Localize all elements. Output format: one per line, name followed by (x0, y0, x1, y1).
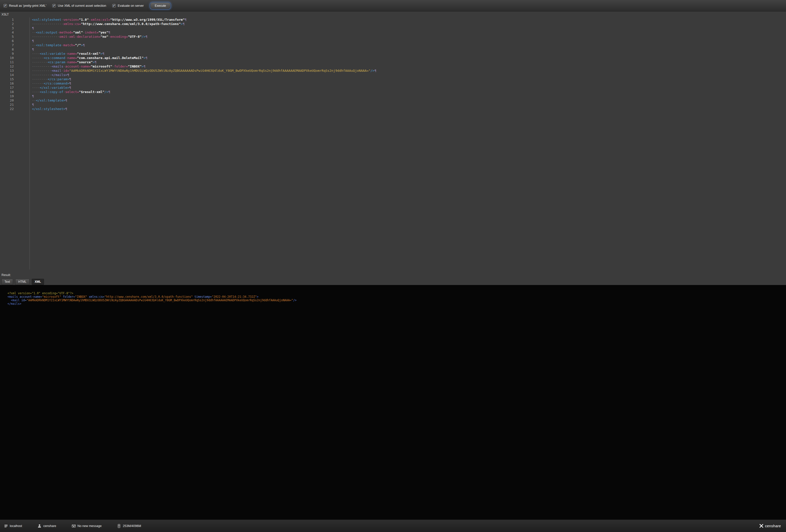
editor-line: 7··<xsl:template·match="/">¶ (0, 43, 786, 47)
checkbox-group[interactable]: ✓Result as 'pretty-print XML' (3, 4, 46, 7)
line-number: 10 (0, 56, 14, 60)
editor-line: 1<xsl:stylesheet·version="1.0"·xmlns:xsl… (0, 18, 786, 22)
toolbar-checkbox-group: ✓Result as 'pretty-print XML'✓Use XML of… (3, 4, 144, 7)
memory-icon (117, 524, 121, 528)
line-number: 21 (0, 102, 14, 107)
line-number: 5 (0, 34, 14, 39)
line-number: 3 (0, 26, 14, 30)
editor-line: 16······</cs:command>¶ (0, 81, 786, 86)
line-number: 11 (0, 60, 14, 64)
editor-line: 20··</xsl:template>¶ (0, 98, 786, 102)
tab-xml[interactable]: XML (32, 279, 44, 285)
censhare-x-icon (759, 524, 763, 528)
line-number: 20 (0, 98, 14, 102)
editor-line: 19¶ (0, 94, 786, 98)
line-number: 4 (0, 30, 14, 34)
line-number: 19 (0, 94, 14, 98)
memory-status[interactable]: 253M/4096M (117, 524, 141, 528)
server-icon (4, 524, 8, 528)
line-number: 22 (0, 107, 14, 111)
checkbox-group[interactable]: ✓Use XML of current asset selection (52, 4, 106, 7)
user-icon (38, 524, 42, 528)
message-status[interactable]: No new message (72, 524, 102, 528)
line-number: 18 (0, 90, 14, 94)
xslt-editor[interactable]: 1<xsl:stylesheet·version="1.0"·xmlns:xsl… (0, 17, 786, 270)
result-panel: <?xml version="1.0" encoding="UTF-8"?><m… (0, 285, 786, 519)
checkbox[interactable]: ✓ (52, 4, 56, 7)
line-number: 9 (0, 51, 14, 56)
editor-line: 13··········<mail·id="AAMkADRkNDM1Y2IxLW… (0, 69, 786, 73)
censhare-logo-label: censhare (765, 524, 781, 528)
result-line: <mail id="AAMkADRkNDM1Y2IxLWY1MWYtNDAwNy… (7, 299, 781, 302)
editor-line: 4··<xsl:output·method="xml"·indent="yes"… (0, 30, 786, 34)
editor-line: 18····<xsl:copy-of·select="$result-xml"/… (0, 90, 786, 94)
editor-line: 6¶ (0, 39, 786, 43)
line-number: 2 (0, 22, 14, 26)
toolbar: ✓Result as 'pretty-print XML'✓Use XML of… (0, 0, 786, 11)
editor-line: 11········<cs:param·name="source">¶ (0, 60, 786, 64)
user-name-label: censhare (43, 524, 56, 528)
editor-line: 17····</xsl:variable>¶ (0, 86, 786, 90)
execute-button[interactable]: Execute (150, 2, 170, 9)
line-number: 12 (0, 64, 14, 69)
line-number: 13 (0, 69, 14, 73)
result-line: </mails> (7, 302, 781, 305)
censhare-xslt-executor-window: ✓Result as 'pretty-print XML'✓Use XML of… (0, 0, 786, 532)
xslt-label: XSLT (0, 11, 786, 17)
editor-line: 12··········<mails·account-name="microso… (0, 64, 786, 69)
editor-line: 3¶ (0, 26, 786, 30)
result-label: Result: (0, 270, 786, 278)
no-mail-icon (72, 524, 76, 528)
server-status[interactable]: localhost (4, 524, 22, 528)
editor-line: 15········</cs:param>¶ (0, 77, 786, 81)
line-number: 1 (0, 18, 14, 22)
result-lines: <?xml version="1.0" encoding="UTF-8"?><m… (7, 292, 781, 305)
editor-line: 8¶ (0, 47, 786, 51)
status-bar: localhost censhare No new message (0, 519, 786, 532)
line-number: 16 (0, 81, 14, 86)
tab-text[interactable]: Text (1, 279, 13, 285)
line-number: 17 (0, 86, 14, 90)
editor-line: 10······<cs:command·name="com.censhare.a… (0, 56, 786, 60)
server-host-label: localhost (10, 524, 22, 528)
memory-usage-label: 253M/4096M (123, 524, 141, 528)
editor-line: 21¶ (0, 102, 786, 107)
checkbox[interactable]: ✓ (3, 4, 7, 7)
result-line: <mails account-name="microsoft" folder="… (7, 295, 781, 299)
editor-line: 14··········</mails>¶ (0, 73, 786, 77)
line-number: 6 (0, 39, 14, 43)
checkbox-label: Use XML of current asset selection (58, 4, 106, 7)
editor-line: 9····<xsl:variable·name="result-xml">¶ (0, 51, 786, 56)
censhare-logo: censhare (759, 524, 781, 528)
tab-html[interactable]: HTML (15, 279, 29, 285)
line-number: 14 (0, 73, 14, 77)
gutter-separator (29, 18, 30, 270)
line-number: 7 (0, 43, 14, 47)
checkbox-label: Evaluate on server (118, 4, 144, 7)
line-number: 8 (0, 47, 14, 51)
message-label: No new message (77, 524, 102, 528)
user-status[interactable]: censhare (38, 524, 56, 528)
result-tab-bar: TextHTMLXML (0, 278, 786, 285)
editor-line: 5··············omit-xml-declaration="no"… (0, 34, 786, 39)
result-line: <?xml version="1.0" encoding="UTF-8"?> (7, 292, 781, 295)
checkbox-group[interactable]: ✓Evaluate on server (112, 4, 144, 7)
editor-line: 2················xmlns:cs="http://www.ce… (0, 22, 786, 26)
editor-line: 22</xsl:stylesheet>¶ (0, 107, 786, 111)
editor-lines: 1<xsl:stylesheet·version="1.0"·xmlns:xsl… (0, 18, 786, 111)
checkbox-label: Result as 'pretty-print XML' (9, 4, 46, 7)
checkbox[interactable]: ✓ (112, 4, 116, 7)
line-number: 15 (0, 77, 14, 81)
